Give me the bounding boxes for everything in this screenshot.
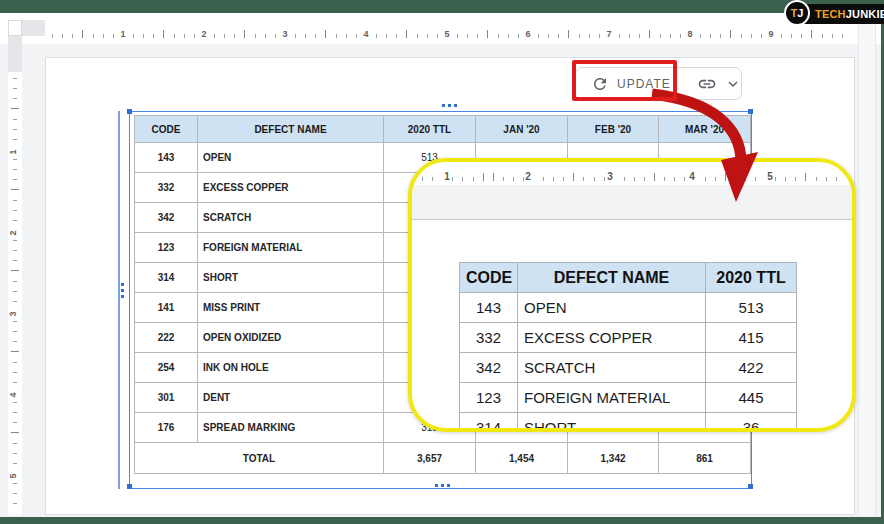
selection-corner-dot[interactable] [127,109,132,114]
ruler-margin-area [22,20,45,36]
ruler-tick [805,173,806,181]
ruler-tick [761,34,762,38]
zoom-callout: 12345 CODEDEFECT NAME2020 TTL 143OPEN513… [408,158,856,432]
chevron-down-icon[interactable] [724,75,742,93]
ruler-tick [483,173,484,181]
ruler-number: 4 [8,392,18,397]
link-icon[interactable] [697,74,717,94]
ruler-tick [452,177,453,181]
ruler-tick [583,177,584,181]
table-drag-handle-bottom[interactable] [435,484,450,488]
ruler-tick [644,177,645,181]
ruler-corner-box [8,20,22,36]
ruler-tick [457,34,458,38]
table-cell: 314 [460,413,518,433]
ruler-number: 5 [444,29,449,39]
ruler-number: 1 [8,149,18,154]
ruler-tick [386,34,387,38]
table-cell: 445 [706,383,797,413]
ruler-tick [52,34,53,38]
ruler-tick [72,34,73,38]
table-cell: 123 [460,383,518,413]
ruler-tick [634,177,635,181]
ruler-tick [13,301,17,302]
ruler-tick [103,34,104,38]
ruler-tick [745,177,746,181]
ruler-tick [13,88,17,89]
ruler-tick [523,177,524,181]
ruler-tick [473,177,474,181]
ruler-tick [13,412,17,413]
ruler-tick [153,34,154,38]
callout-header-row: CODEDEFECT NAME2020 TTL [460,263,797,293]
ruler-tick [670,34,671,38]
callout-ruler: 12345 [412,163,852,185]
table-cell: SCRATCH [518,353,706,383]
table-drag-handle-top[interactable] [442,104,457,108]
ruler-tick [275,34,276,38]
ruler-tick [13,220,17,221]
ruler-tick [13,341,17,342]
ruler-tick [184,34,185,38]
ruler-tick [13,443,17,444]
ruler-tick [174,34,175,38]
ruler-tick [518,34,519,38]
ruler-tick [13,382,17,383]
ruler-tick [315,34,316,38]
scrollbar-track[interactable] [858,20,876,515]
ruler-tick [791,34,792,38]
ruler-tick [13,402,17,403]
header-cell: 2020 TTL [706,263,797,293]
ruler-tick [62,34,63,38]
table-cell: OPEN [518,293,706,323]
table-cell: EXCESS COPPER [518,323,706,353]
ruler-tick [13,159,17,160]
ruler-tick [13,200,17,201]
logo-text-tech: TECH [815,9,846,20]
ruler-tick [498,34,499,38]
ruler-number: 9 [768,29,773,39]
ruler-tick [558,34,559,38]
ruler-tick [538,34,539,38]
callout-table-row: 314SHORT36 [460,413,797,433]
ruler-tick [579,34,580,38]
selection-corner-dot[interactable] [748,484,753,489]
ruler-tick [13,179,17,180]
vertical-ruler[interactable]: 12345 [8,36,22,515]
horizontal-ruler[interactable]: 123456789 [45,20,855,42]
ruler-tick [674,177,675,181]
ruler-tick [346,34,347,38]
ruler-tick [265,34,266,38]
header-cell: CODE [460,263,518,293]
ruler-tick [624,177,625,181]
ruler-tick [467,34,468,38]
table-drag-handle-left[interactable] [121,283,125,299]
selection-corner-dot[interactable] [748,109,753,114]
ruler-tick [755,177,756,181]
ruler-number: 4 [689,171,695,182]
ruler-tick [13,78,17,79]
ruler-tick [543,177,544,181]
ruler-number: 3 [282,29,287,39]
ruler-tick [568,30,569,38]
callout-table-row: 332EXCESS COPPER415 [460,323,797,353]
table-cell: FOREIGN MATERIAL [518,383,706,413]
ruler-tick [513,177,514,181]
selection-corner-dot[interactable] [127,484,132,489]
table-cell: 332 [460,323,518,353]
ruler-number: 4 [363,29,368,39]
ruler-tick [811,30,812,38]
ruler-tick [508,34,509,38]
ruler-tick [417,34,418,38]
ruler-tick [594,177,595,181]
ruler-tick [822,34,823,38]
ruler-tick [710,34,711,38]
ruler-tick [93,34,94,38]
ruler-number: 1 [444,171,450,182]
ruler-tick [842,34,843,38]
callout-table-row: 143OPEN513 [460,293,797,323]
techjunkie-logo-mark: TJ [784,0,810,26]
table-cell: 342 [460,353,518,383]
ruler-tick [730,30,731,38]
ruler-tick [553,177,554,181]
